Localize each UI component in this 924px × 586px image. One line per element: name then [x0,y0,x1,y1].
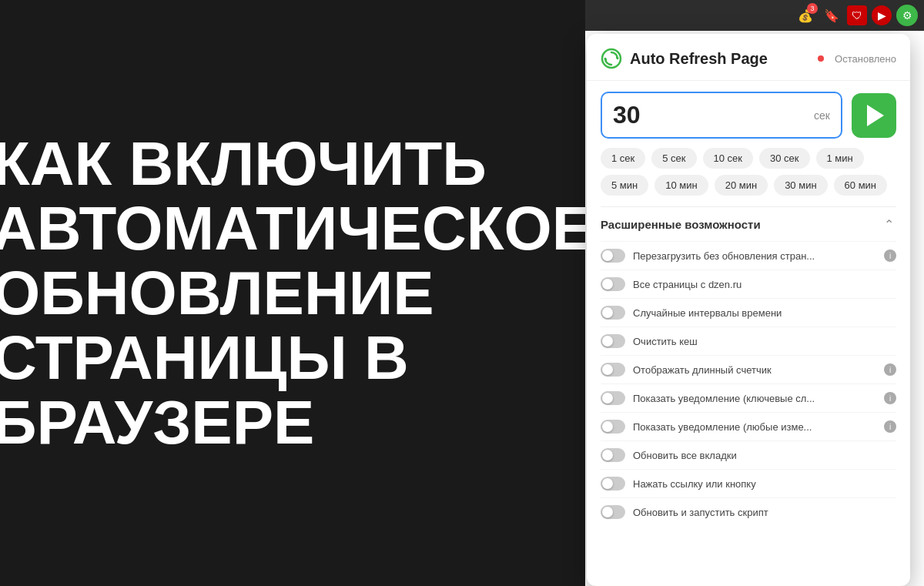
toggle-long-counter[interactable] [601,363,625,377]
option-random-intervals: Случайные интервалы времени [601,298,896,326]
option-label-all-pages-dzen: Все страницы с dzen.ru [633,279,896,290]
toggle-update-all-tabs[interactable] [601,448,625,462]
toggle-notify-changes[interactable] [601,420,625,434]
status-dot-icon [818,55,824,62]
timer-unit: сек [814,109,830,122]
toggle-reload-no-cache[interactable] [601,249,625,263]
option-label-clear-cache: Очистить кеш [633,336,896,347]
toggle-click-link[interactable] [601,477,625,491]
option-label-random-intervals: Случайные интервалы времени [633,307,896,319]
option-all-pages-dzen: Все страницы с dzen.ru [601,270,896,298]
info-icon-notify-changes[interactable]: i [884,420,896,433]
extension-icon[interactable]: ⚙ [896,5,918,26]
info-icon-notify-keywords[interactable]: i [884,392,896,404]
advanced-section: Расширенные возможности ⌃ Перезагрузить … [587,206,910,526]
popup-header: Auto Refresh Page Остановлено [587,34,910,81]
option-clear-cache: Очистить кеш [601,326,896,355]
option-long-counter: Отображать длинный счетчик i [601,355,896,383]
chevron-up-icon: ⌃ [881,216,896,232]
status-label: Остановлено [835,53,896,65]
info-icon-long-counter[interactable]: i [884,363,896,376]
auto-refresh-popup: Auto Refresh Page Остановлено 30 сек 1 с… [587,34,910,586]
toggle-random-intervals[interactable] [601,306,625,320]
toggle-all-pages-dzen[interactable] [601,277,625,291]
preset-30min[interactable]: 30 мин [774,175,827,196]
preset-30sec[interactable]: 30 сек [759,148,810,169]
background: КАК ВКЛЮЧИТЬ автоматическое обновление С… [0,0,585,586]
option-update-all-tabs: Обновить все вкладки [601,440,896,469]
preset-10min[interactable]: 10 мин [654,175,708,196]
preset-1min[interactable]: 1 мин [816,148,864,169]
shield-icon[interactable]: 🛡 [847,5,867,25]
option-reload-no-cache: Перезагрузить без обновления стран... i [601,241,896,270]
preset-5min[interactable]: 5 мин [601,175,648,196]
browser-toolbar: 💰 3 🔖 🛡 ▶ ⚙ [585,0,924,31]
preset-20min[interactable]: 20 мин [715,175,768,196]
wallet-icon[interactable]: 💰 3 [795,5,816,26]
option-label-notify-changes: Показать уведомление (любые изме... [633,421,876,433]
preset-1sec[interactable]: 1 сек [601,148,645,169]
option-label-run-script: Обновить и запустить скрипт [633,507,896,518]
timer-section: 30 сек [587,81,910,148]
wallet-badge: 3 [807,3,818,14]
advanced-header[interactable]: Расширенные возможности ⌃ [601,206,896,241]
option-notify-keywords: Показать уведомление (ключевые сл... i [601,383,896,412]
option-label-click-link: Нажать ссылку или кнопку [633,478,896,490]
preset-60min[interactable]: 60 мин [834,175,887,196]
popup-logo-icon [601,48,622,69]
option-run-script: Обновить и запустить скрипт [601,497,896,526]
option-click-link: Нажать ссылку или кнопку [601,469,896,497]
option-label-update-all-tabs: Обновить все вкладки [633,450,896,461]
presets-container: 1 сек 5 сек 10 сек 30 сек 1 мин 5 мин 10… [587,148,910,206]
info-icon-reload-no-cache[interactable]: i [884,249,896,262]
option-label-reload-no-cache: Перезагрузить без обновления стран... [633,250,876,262]
toggle-run-script[interactable] [601,505,625,519]
record-icon[interactable]: ▶ [872,5,892,25]
popup-title: Auto Refresh Page [630,50,810,68]
option-label-notify-keywords: Показать уведомление (ключевые сл... [633,393,876,404]
toggle-clear-cache[interactable] [601,334,625,348]
play-button[interactable] [852,93,896,138]
option-notify-changes: Показать уведомление (любые изме... i [601,412,896,440]
timer-value: 30 [613,101,641,129]
preset-5sec[interactable]: 5 сек [651,148,696,169]
bookmark-icon[interactable]: 🔖 [821,5,842,26]
advanced-title: Расширенные возможности [601,218,761,231]
background-text: КАК ВКЛЮЧИТЬ автоматическое обновление С… [0,132,593,455]
timer-input-wrapper[interactable]: 30 сек [601,92,842,139]
preset-10sec[interactable]: 10 сек [703,148,754,169]
toggle-notify-keywords[interactable] [601,391,625,405]
play-icon [867,105,884,126]
option-label-long-counter: Отображать длинный счетчик [633,364,876,376]
